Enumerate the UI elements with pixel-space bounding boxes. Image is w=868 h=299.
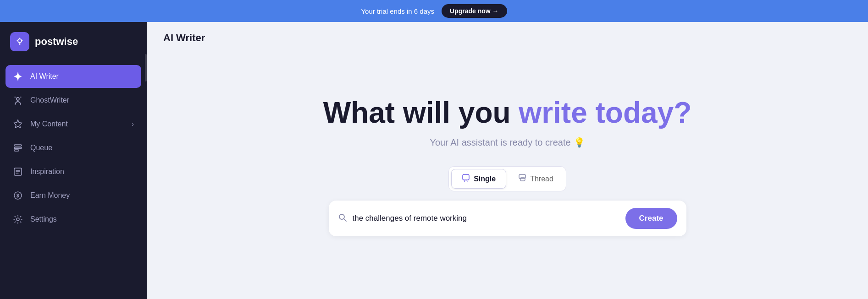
earn-money-icon: $: [13, 190, 24, 201]
sidebar-item-label: Earn Money: [30, 191, 70, 200]
hero-headline: What will you write today?: [323, 97, 692, 129]
page-title: AI Writer: [163, 32, 851, 44]
queue-icon: [13, 143, 24, 153]
hero-headline-plain: What will you: [323, 96, 519, 129]
search-icon: [338, 213, 347, 224]
search-bar: Create: [329, 201, 686, 236]
scroll-indicator: [145, 54, 147, 82]
hero-subtext-text: Your AI assistant is ready to create: [430, 137, 570, 148]
trial-banner: Your trial ends in 6 days Upgrade now →: [0, 0, 868, 22]
sidebar-item-my-content[interactable]: My Content ›: [6, 113, 141, 136]
my-content-icon: [13, 119, 24, 129]
thread-tab-icon: [518, 174, 526, 184]
sidebar-item-label: AI Writer: [30, 72, 59, 81]
ai-writer-icon: [13, 71, 24, 82]
main-content: AI Writer What will you write today? You…: [147, 22, 868, 299]
sidebar-item-ghostwriter[interactable]: GhostWriter: [6, 89, 141, 112]
svg-line-23: [344, 219, 346, 221]
sidebar-item-label: Inspiration: [30, 168, 64, 176]
page-header: AI Writer: [147, 22, 868, 52]
logo-area: postwise: [0, 22, 147, 61]
sidebar-item-label: Queue: [30, 144, 52, 152]
tab-thread-label: Thread: [530, 175, 553, 183]
tab-thread[interactable]: Thread: [508, 169, 564, 188]
sidebar-item-label: My Content: [30, 120, 68, 128]
sidebar-item-inspiration[interactable]: Inspiration: [6, 160, 141, 183]
svg-point-2: [18, 39, 21, 42]
logo-icon: [10, 32, 29, 51]
tab-single-label: Single: [474, 175, 496, 183]
hero-headline-highlight: write today?: [519, 96, 691, 129]
svg-rect-9: [14, 145, 22, 146]
logo-text: postwise: [35, 36, 78, 48]
settings-icon: [13, 214, 24, 224]
hero-section: What will you write today? Your AI assis…: [147, 52, 868, 299]
lightbulb-icon: 💡: [574, 137, 585, 148]
chevron-right-icon: ›: [132, 120, 134, 128]
sidebar: postwise AI Writer: [0, 22, 147, 299]
svg-point-18: [17, 218, 19, 221]
svg-rect-21: [520, 178, 525, 181]
svg-rect-10: [14, 147, 22, 149]
main-layout: postwise AI Writer: [0, 22, 868, 299]
sidebar-item-settings[interactable]: Settings: [6, 208, 141, 231]
svg-rect-19: [463, 174, 469, 180]
create-button[interactable]: Create: [625, 208, 677, 229]
svg-point-6: [17, 98, 19, 100]
sidebar-item-earn-money[interactable]: $ Earn Money: [6, 184, 141, 207]
sidebar-item-ai-writer[interactable]: AI Writer: [6, 65, 141, 88]
sidebar-item-label: GhostWriter: [30, 96, 69, 104]
topic-input[interactable]: [353, 214, 620, 223]
svg-rect-11: [14, 150, 19, 151]
svg-point-22: [339, 214, 344, 219]
svg-rect-1: [19, 43, 21, 45]
inspiration-icon: [13, 167, 24, 177]
sidebar-item-queue[interactable]: Queue: [6, 136, 141, 159]
single-tab-icon: [462, 174, 470, 184]
sidebar-nav: AI Writer GhostWriter: [0, 61, 147, 299]
sidebar-item-label: Settings: [30, 215, 57, 223]
banner-text: Your trial ends in 6 days: [361, 7, 434, 15]
upgrade-button[interactable]: Upgrade now →: [442, 4, 507, 18]
tab-switcher: Single Thread: [448, 166, 566, 191]
hero-subtext: Your AI assistant is ready to create 💡: [430, 137, 585, 148]
ghostwriter-icon: [13, 95, 24, 105]
tab-single[interactable]: Single: [451, 169, 506, 189]
svg-text:$: $: [17, 193, 19, 198]
